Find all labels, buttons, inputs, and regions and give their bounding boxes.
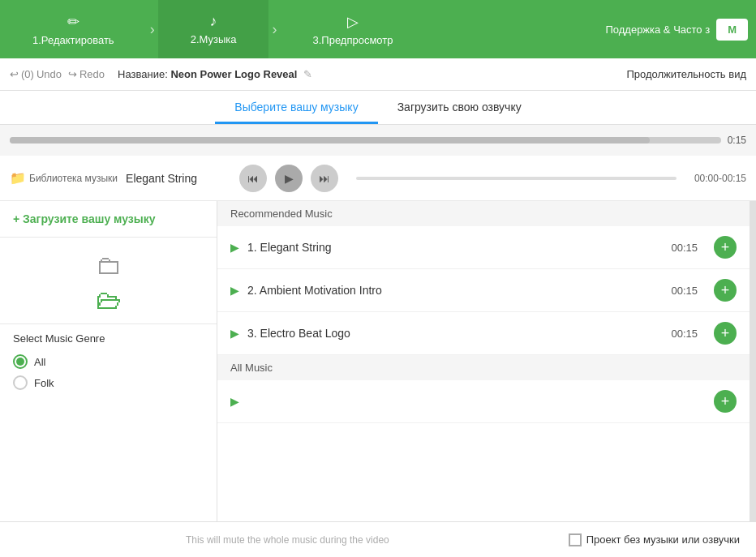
radio-all[interactable] bbox=[13, 354, 28, 369]
current-track: Elegant String bbox=[126, 172, 231, 185]
main-content: + Загрузите вашу музыку 🗀 🗁 Select Music… bbox=[0, 201, 756, 521]
music-list: Recommended Music ▶ 1. Elegant String 00… bbox=[217, 201, 750, 521]
track-1-name: 1. Elegant String bbox=[247, 241, 663, 254]
sidebar: + Загрузите вашу музыку 🗀 🗁 Select Music… bbox=[0, 201, 217, 521]
play-track-hidden[interactable]: ▶ bbox=[230, 395, 239, 408]
track-2-name: 2. Ambient Motivation Intro bbox=[247, 284, 663, 297]
radio-folk[interactable] bbox=[13, 375, 28, 390]
step2-label: 2.Музыка bbox=[191, 33, 237, 45]
preview-icon: ▷ bbox=[347, 13, 359, 31]
top-nav: ✏ 1.Редактировать › ♪ 2.Музыка › ▷ 3.Пре… bbox=[0, 0, 756, 58]
support-label: Поддержка & Часто з bbox=[605, 24, 710, 36]
folder-closed-icon: 🗀 bbox=[96, 251, 122, 281]
step3-label: 3.Предпросмотр bbox=[312, 34, 393, 46]
next-button[interactable]: ⏭ bbox=[311, 165, 338, 192]
all-music-header: All Music bbox=[217, 355, 750, 380]
folder-icons-area: 🗀 🗁 bbox=[0, 238, 217, 324]
no-music-label: Проект без музыки или озвучки bbox=[586, 533, 740, 546]
timeline-progress[interactable] bbox=[10, 137, 721, 144]
recommended-header: Recommended Music bbox=[217, 201, 750, 226]
no-music-checkbox[interactable] bbox=[569, 533, 582, 546]
music-icon: ♪ bbox=[210, 13, 217, 30]
project-title: Название: Neon Power Logo Reveal ✎ bbox=[118, 68, 312, 80]
genre-section: Select Music Genre All Folk bbox=[0, 324, 217, 401]
music-track-3: ▶ 3. Electro Beat Logo 00:15 + bbox=[217, 312, 750, 355]
prev-button[interactable]: ⏮ bbox=[239, 165, 267, 192]
genre-option-all[interactable]: All bbox=[13, 351, 204, 372]
undo-count: (0) bbox=[21, 68, 34, 80]
music-track-1: ▶ 1. Elegant String 00:15 + bbox=[217, 226, 750, 269]
radio-all-fill bbox=[16, 358, 24, 366]
redo-label: Redo bbox=[79, 68, 105, 80]
progress-time: 0:15 bbox=[728, 135, 746, 146]
play-track-2[interactable]: ▶ bbox=[230, 284, 239, 297]
library-label: Библиотека музыки bbox=[29, 173, 118, 184]
track-2-duration: 00:15 bbox=[671, 285, 698, 297]
track-time: 00:00-00:15 bbox=[694, 173, 746, 184]
music-track-hidden: ▶ + bbox=[217, 380, 750, 423]
progress-fill bbox=[10, 137, 650, 144]
redo-button[interactable]: ↪ Redo bbox=[68, 68, 105, 80]
play-track-1[interactable]: ▶ bbox=[230, 241, 239, 254]
genre-title: Select Music Genre bbox=[13, 332, 204, 345]
nav-step-preview[interactable]: ▷ 3.Предпросмотр bbox=[280, 0, 425, 58]
edit-title-icon[interactable]: ✎ bbox=[303, 68, 312, 80]
upload-music-button[interactable]: + Загрузите вашу музыку bbox=[0, 201, 217, 238]
nav-arrow-1: › bbox=[147, 0, 158, 58]
user-button[interactable]: М bbox=[716, 19, 748, 41]
toolbar: ↩ (0) Undo ↪ Redo Название: Neon Power L… bbox=[0, 58, 756, 91]
genre-folk-label: Folk bbox=[34, 377, 54, 389]
progress-area: 0:15 bbox=[0, 125, 756, 156]
title-prefix: Название: bbox=[118, 68, 168, 80]
nav-right-area: Поддержка & Часто з М bbox=[605, 0, 756, 58]
edit-icon: ✏ bbox=[67, 13, 79, 31]
tabs-row: Выберите вашу музыку Загрузить свою озву… bbox=[0, 91, 756, 125]
no-music-option[interactable]: Проект без музыки или озвучки bbox=[569, 533, 740, 546]
player-area: 📁 Библиотека музыки Elegant String ⏮ ▶ ⏭… bbox=[0, 156, 756, 201]
undo-label: Undo bbox=[37, 68, 62, 80]
add-track-1[interactable]: + bbox=[714, 236, 737, 259]
genre-all-label: All bbox=[34, 356, 45, 368]
step1-label: 1.Редактировать bbox=[32, 34, 114, 46]
player-controls: ⏮ ▶ ⏭ bbox=[239, 165, 338, 192]
play-button[interactable]: ▶ bbox=[275, 165, 303, 192]
play-track-3[interactable]: ▶ bbox=[230, 327, 239, 340]
track-1-duration: 00:15 bbox=[671, 242, 698, 254]
add-track-hidden[interactable]: + bbox=[714, 390, 737, 413]
undo-button[interactable]: ↩ (0) Undo bbox=[10, 68, 62, 80]
folder-open-icon[interactable]: 🗁 bbox=[96, 285, 122, 315]
tab-upload-voiceover[interactable]: Загрузить свою озвучку bbox=[378, 92, 541, 124]
music-track-2: ▶ 2. Ambient Motivation Intro 00:15 + bbox=[217, 269, 750, 312]
tab-select-music[interactable]: Выберите вашу музыку bbox=[215, 92, 377, 124]
track-progress-bar[interactable] bbox=[356, 177, 677, 180]
genre-option-folk[interactable]: Folk bbox=[13, 372, 204, 393]
add-track-3[interactable]: + bbox=[714, 322, 737, 345]
add-track-2[interactable]: + bbox=[714, 279, 737, 302]
scrollbar[interactable] bbox=[750, 201, 756, 521]
title-value: Neon Power Logo Reveal bbox=[170, 68, 297, 80]
nav-arrow-2: › bbox=[268, 0, 280, 58]
nav-step-music[interactable]: ♪ 2.Музыка bbox=[158, 0, 269, 58]
folder-closed-icon: 📁 bbox=[10, 170, 26, 186]
nav-step-edit[interactable]: ✏ 1.Редактировать bbox=[0, 0, 147, 58]
track-3-name: 3. Electro Beat Logo bbox=[247, 327, 663, 340]
duration-label: Продолжительность вид bbox=[626, 68, 746, 80]
track-3-duration: 00:15 bbox=[671, 328, 698, 340]
mute-hint: This will mute the whole music during th… bbox=[16, 534, 559, 546]
library-folder: 📁 Библиотека музыки bbox=[10, 170, 118, 186]
bottom-bar: This will mute the whole music during th… bbox=[0, 521, 756, 557]
